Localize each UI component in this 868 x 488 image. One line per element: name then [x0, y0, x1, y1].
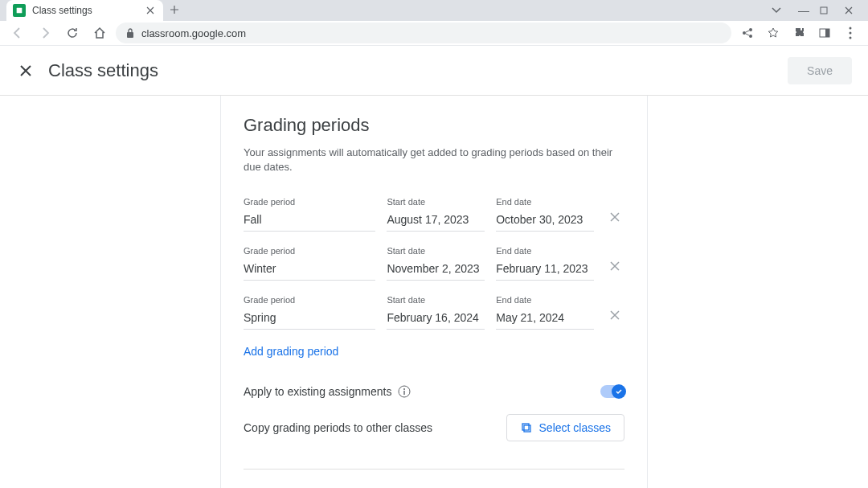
grade-period-label: Grade period — [244, 246, 375, 256]
start-date-label: Start date — [387, 197, 485, 207]
apply-existing-row: Apply to existing assignments — [244, 377, 624, 406]
grading-periods-description: Your assignments will automatically get … — [244, 146, 624, 174]
side-panel-icon[interactable] — [813, 22, 836, 44]
select-classes-button[interactable]: Select classes — [506, 414, 624, 441]
grading-period-row: Grade period Start date End date — [244, 197, 624, 232]
close-settings-button[interactable] — [16, 61, 35, 80]
grade-period-name-input[interactable] — [244, 259, 375, 281]
grading-periods-title: Grading periods — [244, 115, 624, 136]
svg-rect-15 — [524, 425, 530, 432]
end-date-label: End date — [496, 295, 594, 305]
home-button[interactable] — [88, 22, 111, 44]
browser-toolbar: classroom.google.com — [0, 21, 868, 46]
remove-period-button[interactable] — [605, 256, 624, 276]
chrome-menu-icon[interactable] — [839, 22, 862, 44]
tab-title: Class settings — [32, 5, 137, 16]
start-date-input[interactable] — [387, 210, 485, 232]
svg-rect-2 — [127, 32, 133, 38]
window-controls: — — [772, 0, 868, 21]
end-date-input[interactable] — [496, 259, 594, 281]
svg-rect-0 — [17, 8, 23, 14]
page-title: Class settings — [48, 60, 158, 81]
end-date-label: End date — [496, 246, 594, 256]
svg-rect-13 — [404, 391, 405, 395]
grade-period-name-input[interactable] — [244, 308, 375, 330]
end-date-label: End date — [496, 197, 594, 207]
maximize-icon[interactable] — [820, 6, 836, 14]
minimize-icon[interactable]: — — [796, 4, 812, 17]
save-button[interactable]: Save — [788, 57, 852, 84]
copy-icon — [520, 421, 533, 434]
end-date-input[interactable] — [496, 308, 594, 330]
address-bar[interactable]: classroom.google.com — [116, 23, 731, 43]
url-text: classroom.google.com — [141, 27, 246, 39]
toggle-knob — [612, 384, 626, 399]
svg-point-5 — [749, 35, 752, 38]
copy-periods-label: Copy grading periods to other classes — [244, 421, 432, 434]
grade-period-label: Grade period — [244, 197, 375, 207]
reload-button[interactable] — [61, 22, 84, 44]
grade-period-name-input[interactable] — [244, 210, 375, 232]
content-scroll[interactable]: Grading periods Your assignments will au… — [0, 96, 868, 488]
svg-point-9 — [850, 32, 852, 35]
svg-point-4 — [749, 28, 752, 31]
forward-button[interactable] — [34, 22, 56, 44]
svg-point-10 — [850, 37, 852, 39]
bookmark-icon[interactable] — [762, 22, 784, 44]
grade-period-label: Grade period — [244, 295, 375, 305]
classroom-favicon — [13, 4, 26, 17]
browser-tab-strip: Class settings — — [0, 0, 868, 21]
svg-rect-7 — [825, 29, 829, 37]
window-close-icon[interactable] — [844, 6, 860, 15]
start-date-input[interactable] — [387, 308, 485, 330]
start-date-label: Start date — [387, 295, 485, 305]
svg-rect-1 — [821, 7, 827, 14]
lock-icon — [125, 27, 135, 39]
browser-tab[interactable]: Class settings — [6, 0, 163, 21]
add-grading-period-link[interactable]: Add grading period — [244, 345, 338, 358]
tab-search-icon[interactable] — [772, 7, 788, 14]
extensions-icon[interactable] — [788, 22, 810, 44]
svg-point-12 — [403, 388, 405, 390]
svg-point-3 — [743, 31, 746, 35]
share-icon[interactable] — [736, 22, 759, 44]
apply-existing-toggle[interactable] — [600, 385, 624, 398]
back-button[interactable] — [6, 22, 29, 44]
start-date-input[interactable] — [387, 259, 485, 281]
grading-period-row: Grade period Start date End date — [244, 246, 624, 281]
tab-close-icon[interactable] — [144, 4, 157, 17]
end-date-input[interactable] — [496, 210, 594, 232]
remove-period-button[interactable] — [605, 306, 624, 325]
settings-content: Grading periods Your assignments will au… — [220, 96, 648, 488]
page-header: Class settings Save — [0, 46, 868, 96]
select-classes-label: Select classes — [539, 421, 611, 434]
info-icon[interactable] — [398, 385, 411, 398]
copy-periods-row: Copy grading periods to other classes Se… — [244, 406, 624, 449]
svg-rect-14 — [522, 424, 529, 430]
grading-period-row: Grade period Start date End date — [244, 295, 624, 330]
apply-existing-label: Apply to existing assignments — [244, 385, 391, 398]
remove-period-button[interactable] — [605, 207, 624, 227]
start-date-label: Start date — [387, 246, 485, 256]
section-divider — [244, 469, 624, 470]
svg-point-8 — [850, 27, 852, 30]
new-tab-button[interactable] — [163, 0, 186, 21]
